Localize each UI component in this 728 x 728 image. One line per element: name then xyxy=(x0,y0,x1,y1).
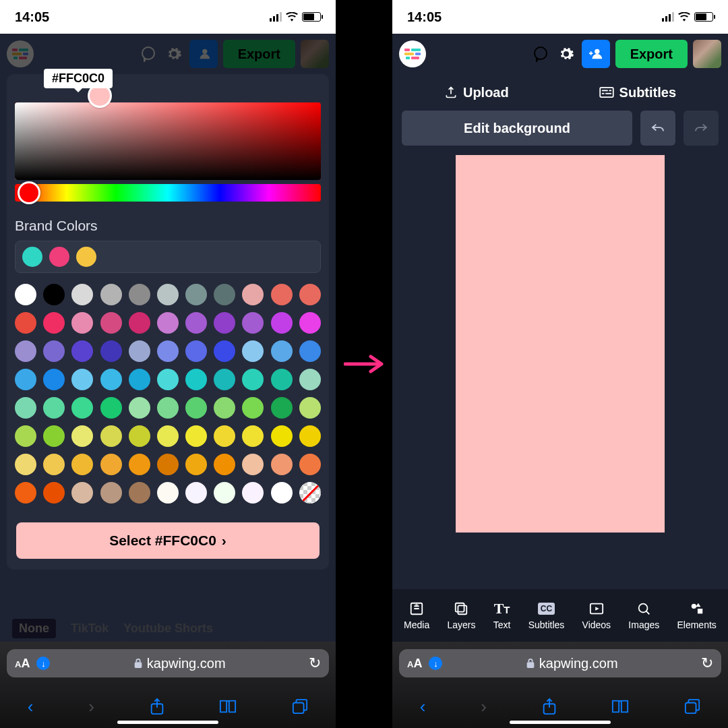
color-swatch[interactable] xyxy=(43,369,65,390)
download-indicator[interactable]: ↓ xyxy=(36,657,50,670)
color-swatch[interactable] xyxy=(214,369,235,390)
subtitles-button[interactable]: Subtitles xyxy=(599,85,676,100)
color-swatch[interactable] xyxy=(185,312,207,334)
preset-tab[interactable]: TikTok xyxy=(71,621,109,636)
gear-icon[interactable] xyxy=(556,44,576,64)
color-swatch[interactable] xyxy=(71,369,93,390)
color-swatch[interactable] xyxy=(15,482,36,504)
color-swatch[interactable] xyxy=(214,482,235,504)
color-swatch[interactable] xyxy=(242,369,264,390)
color-swatch[interactable] xyxy=(299,340,321,362)
color-swatch[interactable] xyxy=(15,369,36,390)
color-swatch[interactable] xyxy=(157,284,179,305)
color-swatch[interactable] xyxy=(15,312,36,334)
hue-handle[interactable] xyxy=(18,181,40,204)
color-swatch[interactable] xyxy=(271,397,293,419)
color-swatch[interactable] xyxy=(299,425,321,447)
color-swatch[interactable] xyxy=(271,425,293,447)
color-swatch[interactable] xyxy=(185,340,207,362)
undo-button[interactable] xyxy=(640,111,675,146)
color-swatch[interactable] xyxy=(43,482,65,504)
color-swatch[interactable] xyxy=(71,284,93,305)
color-swatch[interactable] xyxy=(185,482,207,504)
color-swatch[interactable] xyxy=(100,482,122,504)
app-logo[interactable] xyxy=(7,40,34,67)
text-size-button[interactable]: AA xyxy=(15,657,30,671)
share-button[interactable] xyxy=(542,698,557,715)
upload-button[interactable]: Upload xyxy=(444,85,509,100)
tool-text[interactable]: TTText xyxy=(493,601,511,630)
color-swatch[interactable] xyxy=(71,340,93,362)
color-swatch[interactable] xyxy=(299,454,321,475)
color-swatch[interactable] xyxy=(214,284,235,305)
preset-tab[interactable]: Youtube Shorts xyxy=(123,621,213,636)
color-swatch[interactable] xyxy=(100,340,122,362)
color-swatch[interactable] xyxy=(157,482,179,504)
export-button[interactable]: Export xyxy=(223,40,295,68)
color-swatch[interactable] xyxy=(129,397,150,419)
color-swatch[interactable] xyxy=(15,425,36,447)
tool-media[interactable]: +Media xyxy=(404,601,429,630)
color-swatch[interactable] xyxy=(185,454,207,475)
redo-button[interactable] xyxy=(684,111,719,146)
color-swatch[interactable] xyxy=(214,397,235,419)
color-swatch[interactable] xyxy=(43,284,65,305)
add-user-button[interactable] xyxy=(189,40,218,68)
color-swatch[interactable] xyxy=(271,340,293,362)
url-pill[interactable]: AA ↓ kapwing.com ↻ xyxy=(7,649,329,677)
color-swatch[interactable] xyxy=(43,425,65,447)
text-size-button[interactable]: AA xyxy=(407,657,422,671)
color-swatch[interactable] xyxy=(271,284,293,305)
gear-icon[interactable] xyxy=(164,44,184,64)
brand-colors-row[interactable] xyxy=(15,241,321,273)
color-swatch[interactable] xyxy=(157,312,179,334)
export-button[interactable]: Export xyxy=(615,40,688,68)
color-swatch[interactable] xyxy=(271,482,293,504)
color-swatch[interactable] xyxy=(185,284,207,305)
color-swatch[interactable] xyxy=(129,454,150,475)
color-swatch[interactable] xyxy=(100,454,122,475)
reload-icon[interactable]: ↻ xyxy=(701,655,713,672)
color-swatch[interactable] xyxy=(71,397,93,419)
color-swatch[interactable] xyxy=(71,425,93,447)
back-button[interactable]: ‹ xyxy=(28,696,34,717)
color-swatch[interactable] xyxy=(185,425,207,447)
color-swatch[interactable] xyxy=(214,340,235,362)
brand-swatch[interactable] xyxy=(49,247,69,267)
color-swatch[interactable] xyxy=(299,284,321,305)
color-swatch[interactable] xyxy=(242,425,264,447)
color-swatch[interactable] xyxy=(100,425,122,447)
color-swatch[interactable] xyxy=(299,369,321,390)
color-swatch[interactable] xyxy=(100,369,122,390)
color-swatch[interactable] xyxy=(100,312,122,334)
color-swatch[interactable] xyxy=(129,482,150,504)
color-swatch[interactable] xyxy=(15,340,36,362)
color-swatch[interactable] xyxy=(185,397,207,419)
color-swatch[interactable] xyxy=(214,425,235,447)
color-swatch[interactable] xyxy=(100,284,122,305)
color-swatch[interactable] xyxy=(15,284,36,305)
back-button[interactable]: ‹ xyxy=(420,696,426,717)
download-indicator[interactable]: ↓ xyxy=(429,657,442,670)
tool-elements[interactable]: Elements xyxy=(677,601,716,630)
canvas[interactable] xyxy=(456,155,665,533)
color-swatch[interactable] xyxy=(71,482,93,504)
brand-swatch[interactable] xyxy=(22,247,42,267)
hue-slider[interactable] xyxy=(15,184,321,202)
color-swatch[interactable] xyxy=(271,454,293,475)
edit-background-button[interactable]: Edit background xyxy=(402,111,632,146)
color-swatch[interactable] xyxy=(157,340,179,362)
color-swatch[interactable] xyxy=(129,284,150,305)
color-swatch[interactable] xyxy=(157,425,179,447)
select-color-button[interactable]: Select #FFC0C0 › xyxy=(16,522,320,559)
color-swatch[interactable] xyxy=(129,312,150,334)
avatar[interactable] xyxy=(693,40,721,68)
color-swatch[interactable] xyxy=(43,397,65,419)
color-swatch[interactable] xyxy=(157,454,179,475)
tabs-button[interactable] xyxy=(684,698,700,715)
tool-videos[interactable]: Videos xyxy=(582,601,611,630)
tool-images[interactable]: Images xyxy=(628,601,659,630)
color-swatch[interactable] xyxy=(242,312,264,334)
color-swatch[interactable] xyxy=(43,312,65,334)
color-swatch[interactable] xyxy=(242,454,264,475)
